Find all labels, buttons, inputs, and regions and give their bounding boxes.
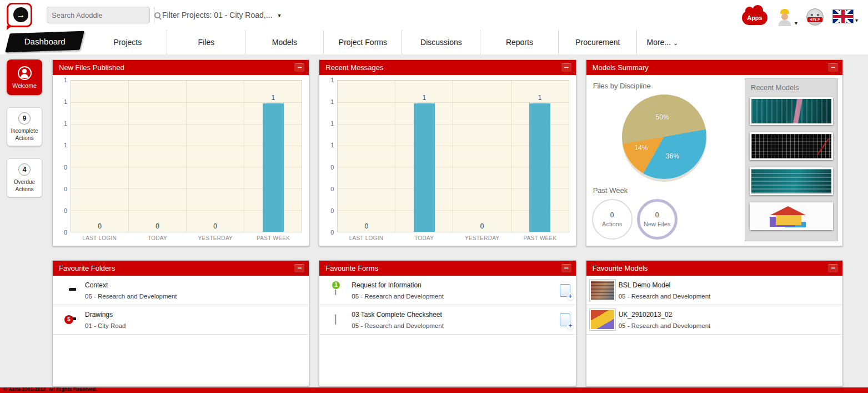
x-axis-label: TODAY	[128, 235, 186, 241]
chart-column: 1	[395, 81, 453, 232]
tab-procurement[interactable]: Procurement	[558, 30, 636, 54]
favourite-form-row[interactable]: 1 Request for Information 05 - Research …	[319, 276, 575, 305]
tab-reports[interactable]: Reports	[480, 30, 558, 54]
overdue-actions-count: 4	[18, 163, 31, 176]
tab-dashboard[interactable]: Dashboard	[5, 31, 84, 53]
help-button[interactable]: HELP	[806, 8, 824, 26]
plus-icon: +	[566, 322, 574, 330]
pie-slice-label: 36%	[666, 152, 679, 160]
dashboard-main: New Files Published − 11110000 0001 LAST…	[49, 59, 868, 387]
search-button[interactable]	[154, 7, 160, 23]
chart-column: 1	[511, 81, 569, 232]
chart-column: 1	[244, 81, 302, 232]
tab-projects[interactable]: Projects	[88, 30, 167, 54]
panel-favourite-forms: Favourite Forms − 1 Request for Informat…	[319, 260, 576, 386]
recent-models-box: Recent Models	[745, 78, 838, 241]
bar	[263, 103, 284, 232]
x-axis-label: YESTERDAY	[187, 235, 244, 241]
x-axis: LAST LOGINTODAYYESTERDAYPAST WEEK	[337, 232, 569, 244]
bar-value-label: 0	[187, 222, 244, 230]
incomplete-actions-card[interactable]: 9 Incomplete Actions	[7, 107, 42, 146]
asite-logo[interactable]: →	[7, 3, 32, 27]
bar-value-label: 0	[71, 222, 128, 230]
y-tick-label: 0	[64, 229, 67, 236]
panel-title: Favourite Models	[593, 264, 648, 272]
overdue-actions-card[interactable]: 4 Overdue Actions	[7, 158, 42, 197]
uk-flag-icon	[832, 9, 854, 23]
plot-area: 0101	[337, 80, 569, 232]
panel-title: Favourite Forms	[325, 264, 378, 272]
plot-area: 0001	[71, 80, 302, 232]
folder-title: Context	[85, 281, 303, 289]
model-title: BSL Demo Model	[619, 281, 837, 289]
favourite-form-row[interactable]: 03 Task Complete Checksheet 05 - Researc…	[319, 305, 575, 335]
y-tick-label: 0	[330, 186, 334, 192]
form-icon	[335, 314, 336, 325]
panel-title: Recent Messages	[325, 63, 383, 72]
apps-button[interactable]: Apps	[742, 11, 767, 25]
recent-model-thumbnail[interactable]	[750, 132, 833, 160]
x-axis-label: PAST WEEK	[511, 235, 569, 241]
recent-messages-bar-chart: 11110000 0101 LAST LOGINTODAYYESTERDAYPA…	[319, 75, 575, 246]
model-thumbnail	[589, 309, 616, 331]
y-tick-label: 0	[330, 164, 334, 171]
topbar-right-cluster: Apps ▾ HELP ▾	[742, 4, 858, 26]
y-axis: 11110000	[56, 80, 71, 232]
tab-more[interactable]: More...⌄	[636, 30, 688, 54]
minimize-button[interactable]: −	[827, 263, 839, 273]
recent-model-thumbnail[interactable]	[750, 167, 833, 195]
minimize-button[interactable]: −	[561, 63, 572, 72]
chart-column: 0	[187, 81, 244, 232]
y-tick-label: 1	[64, 142, 67, 148]
language-selector[interactable]: ▾	[832, 6, 858, 23]
panel-title: New Files Published	[59, 63, 124, 72]
tab-files[interactable]: Files	[167, 30, 245, 54]
actions-stat-circle: 0 Actions	[592, 199, 633, 240]
tab-models[interactable]: Models	[245, 30, 323, 54]
search-input[interactable]	[47, 11, 154, 19]
pie-slice-label: 14%	[635, 144, 648, 152]
new-files-stat-circle: 0 New Files	[637, 199, 678, 240]
y-tick-label: 0	[64, 186, 67, 192]
recent-model-thumbnail[interactable]	[750, 202, 833, 230]
recent-model-thumbnail[interactable]	[750, 97, 833, 125]
model-project: 05 - Research and Development	[619, 293, 837, 300]
logo-arrow-icon: →	[13, 7, 28, 22]
favourite-model-row[interactable]: UK_29102013_02 05 - Research and Develop…	[586, 305, 842, 335]
panel-recent-messages: Recent Messages − 11110000 0101 LAST LOG…	[319, 59, 576, 246]
incomplete-actions-label: Incomplete Actions	[9, 127, 40, 142]
create-form-button[interactable]: +	[560, 314, 570, 326]
y-tick-label: 0	[64, 164, 67, 171]
tab-project-forms[interactable]: Project Forms	[323, 30, 402, 54]
new-files-count: 0	[655, 211, 659, 219]
y-tick-label: 1	[330, 77, 334, 83]
create-form-button[interactable]: +	[560, 284, 570, 297]
folder-project: 01 - City Road	[85, 322, 303, 329]
footer-bar: © Asite 2001-2014. All Rights Reserved.	[0, 387, 868, 393]
sidebar-item-welcome[interactable]: Welcome	[7, 59, 42, 95]
favourite-folder-row[interactable]: 5 Drawings 01 - City Road	[53, 305, 309, 335]
favourite-model-row[interactable]: BSL Demo Model 05 - Research and Develop…	[586, 276, 842, 305]
welcome-icon	[18, 66, 32, 80]
project-filter-label: Filter Projects: 01 - City Road,...	[162, 11, 272, 19]
plus-icon: +	[566, 293, 574, 301]
panel-favourite-models: Favourite Models − BSL Demo Model 05 - R…	[586, 260, 843, 386]
panel-title: Models Summary	[593, 63, 649, 72]
user-avatar-icon	[776, 8, 793, 26]
form-title: Request for Information	[352, 281, 559, 289]
y-axis: 11110000	[323, 80, 337, 232]
user-menu[interactable]: ▾	[776, 6, 797, 26]
minimize-button[interactable]: −	[294, 263, 305, 273]
favourite-folder-row[interactable]: Context 05 - Research and Development	[53, 276, 309, 305]
search-icon	[154, 12, 160, 18]
actions-count: 0	[610, 211, 614, 219]
bar	[529, 103, 550, 232]
project-filter-dropdown[interactable]: Filter Projects: 01 - City Road,... ▾	[162, 11, 280, 19]
minimize-button[interactable]: −	[294, 63, 305, 72]
minimize-button[interactable]: −	[827, 63, 839, 72]
bar-value-label: 1	[511, 94, 569, 102]
overdue-actions-label: Overdue Actions	[9, 178, 40, 193]
y-tick-label: 1	[64, 77, 67, 83]
minimize-button[interactable]: −	[561, 263, 572, 273]
tab-discussions[interactable]: Discussions	[402, 30, 480, 54]
